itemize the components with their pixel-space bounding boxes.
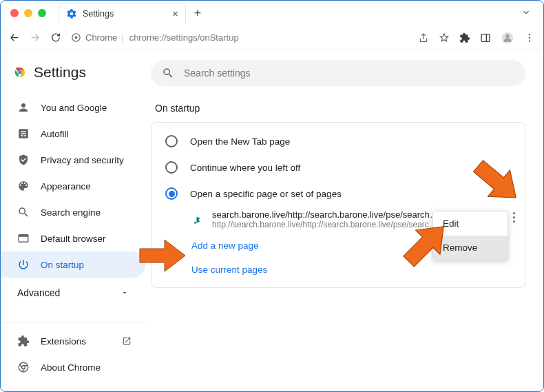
radio-icon: [165, 135, 178, 147]
radio-specific-pages[interactable]: Open a specific page or set of pages: [151, 180, 525, 207]
startup-card: Open the New Tab page Continue where you…: [151, 122, 525, 288]
svg-point-10: [19, 71, 22, 74]
tab-title: Settings: [83, 9, 114, 19]
chrome-outline-icon: [17, 361, 30, 373]
radio-icon: [165, 161, 178, 174]
sidebar-item-search-engine[interactable]: Search engine: [1, 199, 145, 225]
radio-icon: [165, 187, 178, 200]
shield-icon: [17, 154, 30, 166]
chrome-badge: Chrome |: [71, 32, 124, 43]
section-title: On startup: [155, 103, 525, 114]
chrome-logo-icon: [13, 65, 27, 79]
sidebar: Settings You and Google Autofill Privacy…: [1, 50, 145, 391]
browser-icon: [17, 232, 30, 245]
maximize-window-button[interactable]: [38, 9, 46, 17]
window-titlebar: Settings × +: [1, 1, 543, 25]
browser-menu-icon[interactable]: [524, 32, 535, 43]
close-window-button[interactable]: [10, 9, 19, 17]
brand-header: Settings: [1, 60, 145, 90]
svg-point-1: [75, 37, 78, 39]
sidebar-item-about-chrome[interactable]: About Chrome: [1, 354, 145, 380]
use-current-pages-link[interactable]: Use current pages: [151, 258, 525, 282]
search-icon: [17, 206, 30, 218]
radio-continue[interactable]: Continue where you left off: [151, 154, 525, 180]
traffic-lights: [10, 9, 46, 17]
tab-close-button[interactable]: ×: [172, 8, 178, 19]
sidebar-advanced-toggle[interactable]: Advanced: [1, 278, 145, 308]
palette-icon: [17, 180, 30, 192]
sidebar-item-privacy[interactable]: Privacy and security: [1, 147, 145, 173]
browser-tab[interactable]: Settings ×: [59, 3, 186, 23]
page-entry-context-menu: Edit Remove: [432, 211, 508, 260]
reload-button[interactable]: [50, 32, 61, 43]
person-icon: [17, 101, 30, 114]
bookmark-star-icon[interactable]: [439, 32, 450, 43]
power-icon: [17, 258, 30, 271]
search-icon: [162, 67, 174, 79]
bing-favicon-icon: [191, 212, 204, 225]
new-tab-button[interactable]: +: [189, 6, 207, 21]
chrome-status-icon: [71, 32, 81, 43]
minimize-window-button[interactable]: [24, 9, 32, 17]
sidebar-item-appearance[interactable]: Appearance: [1, 173, 145, 199]
page-entry-title: search.barone.live/http://search.barone.…: [212, 209, 439, 220]
page-title: Settings: [34, 64, 86, 81]
url-text: chrome://settings/onStartup: [129, 32, 239, 43]
svg-point-5: [529, 34, 530, 35]
radio-new-tab[interactable]: Open the New Tab page: [151, 128, 525, 154]
share-icon[interactable]: [418, 32, 429, 43]
menu-item-edit[interactable]: Edit: [433, 212, 508, 236]
puzzle-icon: [17, 335, 30, 347]
sidebar-item-extensions[interactable]: Extensions: [1, 328, 145, 354]
autofill-icon: [17, 127, 30, 140]
panel-icon[interactable]: [480, 32, 491, 43]
svg-rect-2: [481, 34, 490, 41]
url-field[interactable]: Chrome | chrome://settings/onStartup: [71, 32, 408, 43]
svg-point-6: [529, 37, 530, 38]
page-entry-url: http://search.barone.live/http://search.…: [212, 220, 439, 229]
settings-gear-icon: [66, 8, 77, 19]
forward-button[interactable]: [30, 32, 41, 43]
main-panel: On startup Open the New Tab page Continu…: [145, 50, 543, 391]
address-bar: Chrome | chrome://settings/onStartup: [1, 25, 543, 50]
window-chevron-icon[interactable]: [521, 8, 531, 17]
sidebar-item-you-and-google[interactable]: You and Google: [1, 94, 145, 121]
sidebar-item-default-browser[interactable]: Default browser: [1, 225, 145, 251]
settings-search[interactable]: [151, 60, 525, 86]
sidebar-item-autofill[interactable]: Autofill: [1, 121, 145, 147]
menu-item-remove[interactable]: Remove: [433, 236, 508, 260]
svg-point-4: [505, 34, 509, 37]
page-entry-menu-button[interactable]: [513, 212, 515, 223]
profile-avatar-icon[interactable]: [501, 31, 514, 45]
svg-point-7: [529, 40, 530, 41]
extensions-puzzle-icon[interactable]: [459, 32, 470, 43]
settings-search-input[interactable]: [184, 68, 514, 79]
open-external-icon: [122, 336, 132, 346]
sidebar-item-on-startup[interactable]: On startup: [1, 251, 145, 278]
back-button[interactable]: [9, 32, 20, 43]
chevron-down-icon: [121, 289, 129, 297]
